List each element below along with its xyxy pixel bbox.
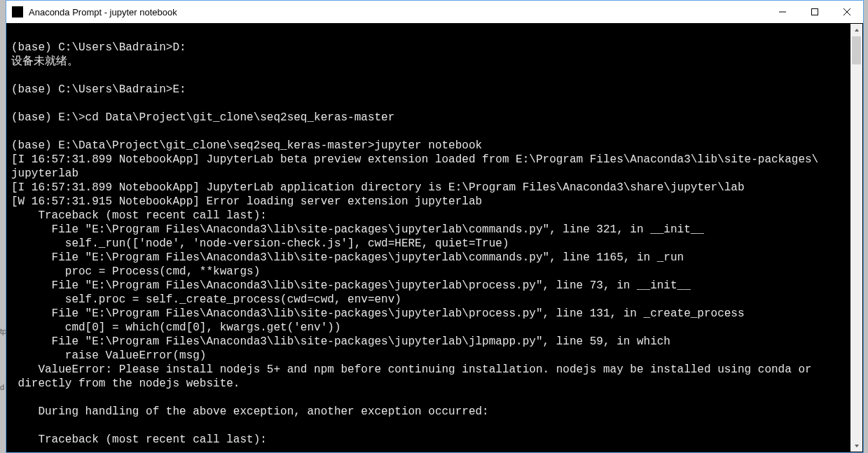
close-button[interactable] <box>831 1 863 23</box>
terminal-window: Anaconda Prompt - jupyter notebook (base… <box>6 0 864 453</box>
minimize-button[interactable] <box>766 1 799 23</box>
window-controls <box>766 1 863 23</box>
terminal-output[interactable]: (base) C:\Users\Badrain>D: 设备未就绪。 (base)… <box>7 24 850 452</box>
svg-rect-0 <box>812 9 818 15</box>
background-fragment: tp <box>0 327 6 335</box>
scroll-down-button[interactable] <box>850 440 862 452</box>
vertical-scrollbar[interactable] <box>850 24 862 452</box>
terminal-icon <box>12 6 23 18</box>
scrollbar-thumb[interactable] <box>852 36 861 64</box>
background-fragment: d <box>0 383 6 391</box>
scroll-up-button[interactable] <box>850 24 862 36</box>
terminal-area: (base) C:\Users\Badrain>D: 设备未就绪。 (base)… <box>7 24 862 452</box>
window-title: Anaconda Prompt - jupyter notebook <box>29 7 766 18</box>
titlebar[interactable]: Anaconda Prompt - jupyter notebook <box>6 1 863 23</box>
maximize-button[interactable] <box>799 1 831 23</box>
